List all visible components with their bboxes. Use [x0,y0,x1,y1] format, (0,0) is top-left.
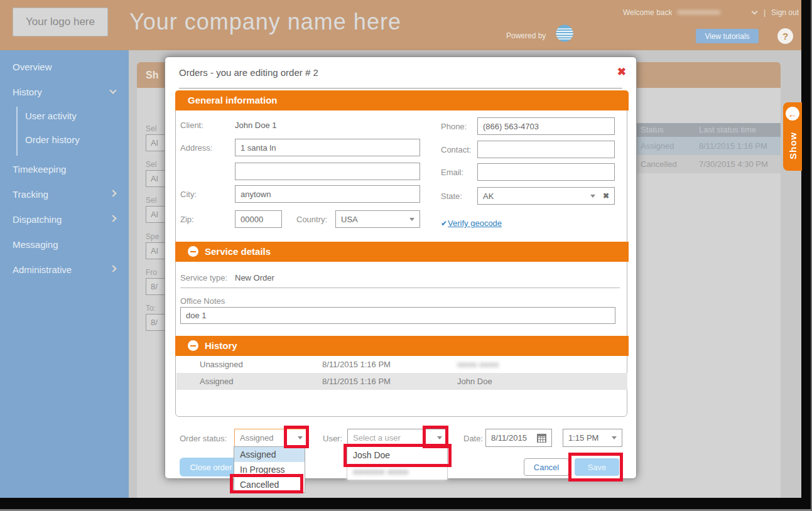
history-title: History [205,340,237,351]
email-label: Email: [441,168,463,177]
bg-cell-status: Assigned [641,141,674,151]
help-icon[interactable]: ? [777,28,793,44]
history-status: Assigned [200,377,233,386]
general-info-header: General information [175,90,629,110]
modal-title-separator [179,88,622,89]
sidebar-item-administrative[interactable]: Administrative [13,264,72,275]
bg-col-status: Status [641,125,664,134]
zip-input[interactable] [235,210,282,228]
sign-out-link[interactable]: Sign out [771,8,799,17]
order-status-value: Assigned [240,433,273,443]
history-header[interactable]: History [175,336,629,356]
option-user-blurred[interactable]: ●●●●●● ●●●● [347,463,447,480]
option-josh-doe[interactable]: Josh Doe [347,447,447,463]
verify-geocode-label: Verify geocode [448,218,502,228]
show-panel-tab[interactable]: ← Show [783,102,802,171]
state-select[interactable]: AK ✖ [477,187,615,205]
screenshot-frame: Your logo here Your company name here Po… [0,0,812,511]
state-value: AK [483,191,494,201]
close-icon[interactable]: ✖ [617,65,626,78]
chevron-right-icon[interactable] [109,190,116,196]
att-globe-icon [555,24,574,45]
close-order-button[interactable]: Close order [180,458,242,476]
contact-label: Contact: [441,145,471,154]
time-value: 1:15 PM [568,433,598,443]
contact-input[interactable] [477,141,615,158]
history-status: Unassigned [200,360,243,369]
country-value: USA [341,215,358,224]
chevron-down-icon[interactable] [612,436,617,439]
logo-text: Your logo here [26,16,95,28]
country-select[interactable]: USA [335,210,420,228]
chevron-down-icon[interactable] [437,436,442,439]
bg-cell-time: 8/11/2015 1:16 PM [699,141,767,151]
chevron-right-icon[interactable] [109,265,116,272]
chevron-down-icon[interactable] [109,87,116,94]
app-header: Your logo here Your company name here Po… [0,0,801,50]
edit-order-modal: Orders - you are editing order # 2 ✖ Gen… [165,56,637,479]
bg-table-row[interactable]: Assigned 8/11/2015 1:16 PM [637,137,781,155]
clear-icon[interactable]: ✖ [603,191,609,200]
calendar-icon[interactable] [537,434,546,443]
state-label: State: [441,191,462,201]
address-label: Address: [180,143,212,153]
user-placeholder: Select a user [353,433,401,443]
sidebar-item-history[interactable]: History [13,87,42,97]
date-label: Date: [463,434,483,443]
sidebar-item-overview[interactable]: Overview [13,62,52,72]
sidebar-item-tracking[interactable]: Tracking [13,189,48,200]
address2-input[interactable] [235,163,420,180]
order-status-select[interactable]: Assigned [234,429,308,447]
chevron-right-icon[interactable] [109,215,116,222]
chevron-down-icon[interactable] [298,436,303,439]
service-details-title: Service details [205,246,271,257]
bg-col-last-status-time: Last status time [699,125,756,134]
bg-table-row[interactable]: Cancelled 7/30/2015 4:30 PM [637,155,781,173]
user-label: User: [323,434,342,443]
view-tutorials-button[interactable]: View tutorials [696,29,759,43]
service-divider [180,288,620,288]
history-time: 8/11/2015 1:16 PM [322,360,391,369]
office-notes-input[interactable] [180,307,615,324]
general-info-title: General information [188,95,278,105]
app-window: Your logo here Your company name here Po… [0,0,801,498]
cancel-button[interactable]: Cancel [524,458,569,476]
collapse-icon[interactable] [188,340,198,351]
client-value: John Doe 1 [235,121,277,130]
service-type-value: New Order [235,273,274,282]
collapse-icon[interactable] [188,246,198,257]
sidebar-item-timekeeping[interactable]: Timekeeping [13,164,66,175]
city-input[interactable] [235,185,420,203]
sidebar-item-messaging[interactable]: Messaging [13,239,58,250]
powered-by-label: Powered by [506,31,546,40]
bg-filter-label: Sel [146,160,156,169]
sidebar-subnav-line [16,107,18,156]
email-input[interactable] [477,163,615,181]
history-row: Unassigned 8/11/2015 1:16 PM ●●●● ●●●● [176,356,627,373]
user-email-blurred: ●●●●●●●●●●● [677,8,720,16]
zip-label: Zip: [180,215,194,224]
header-divider: | [764,8,766,17]
option-cancelled[interactable]: Cancelled [234,477,305,492]
show-tab-label: Show [783,124,802,168]
phone-input[interactable] [477,117,615,135]
time-select[interactable]: 1:15 PM [563,429,622,447]
checkmark-icon: ✔ [441,219,447,228]
address1-input[interactable] [235,139,420,156]
bg-filter-label: Sel [146,124,156,133]
chevron-down-icon [409,218,414,221]
history-row: Assigned 8/11/2015 1:16 PM John Doe [176,373,627,390]
sidebar-item-user-activity[interactable]: User activity [25,110,77,121]
option-assigned[interactable]: Assigned [234,447,305,462]
save-button[interactable]: Save [575,458,619,476]
sidebar-item-dispatching[interactable]: Dispatching [13,214,62,225]
user-select[interactable]: Select a user [347,429,448,447]
bg-cell-time: 7/30/2015 4:30 PM [699,159,768,169]
date-input[interactable]: 8/11/2015 [485,429,552,447]
verify-geocode-link[interactable]: ✔Verify geocode [441,218,502,228]
service-details-header[interactable]: Service details [175,242,629,262]
order-form-sections: General information Client: John Doe 1 A… [175,90,627,417]
option-in-progress[interactable]: In Progress [234,462,305,477]
chevron-down-icon[interactable] [752,9,758,15]
sidebar-item-order-history[interactable]: Order history [25,134,80,145]
